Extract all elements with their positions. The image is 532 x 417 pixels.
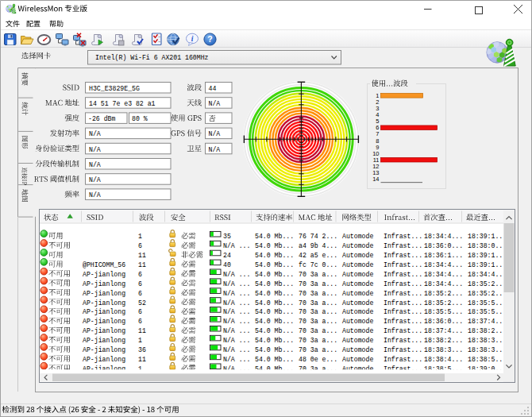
svg-text:54.0 Mb...: 54.0 Mb... <box>255 261 294 268</box>
svg-text:40: 40 <box>223 261 231 268</box>
svg-text:18:35:2...: 18:35:2... <box>424 299 463 307</box>
svg-text:18:35:2...: 18:35:2... <box>468 290 507 297</box>
svg-text:Automode: Automode <box>342 327 373 334</box>
svg-text:Intel(R) Wi-Fi 6 AX201 160MHz: Intel(R) Wi-Fi 6 AX201 160MHz <box>95 54 209 61</box>
svg-text:54.0 Mb...: 54.0 Mb... <box>255 327 294 334</box>
svg-text:N/A ...: N/A ... <box>223 271 250 278</box>
svg-text:18:39:1...: 18:39:1... <box>468 233 507 240</box>
svg-text:?: ? <box>207 34 212 44</box>
svg-text:N/A ...: N/A ... <box>223 280 250 288</box>
svg-text:18:38:4...: 18:38:4... <box>424 356 463 363</box>
svg-text:Infrast...: Infrast... <box>384 337 422 344</box>
svg-text:N/A ...: N/A ... <box>223 242 250 249</box>
svg-text:Automode: Automode <box>342 233 373 240</box>
svg-text:18:34:4...: 18:34:4... <box>468 271 507 278</box>
svg-text:Infrast...: Infrast... <box>384 299 422 307</box>
svg-text:18:35:2...: 18:35:2... <box>424 290 463 297</box>
svg-text:44: 44 <box>209 85 217 92</box>
svg-text:70 3a a...: 70 3a a... <box>299 346 337 353</box>
svg-text:54.0 Mb...: 54.0 Mb... <box>255 233 294 240</box>
svg-text:1: 1 <box>138 337 142 344</box>
svg-text:35: 35 <box>223 233 231 240</box>
svg-text:Automode: Automode <box>342 280 373 288</box>
svg-text:18:38:3...: 18:38:3... <box>424 346 463 353</box>
svg-text:18:37:4...: 18:37:4... <box>424 327 463 334</box>
svg-text:N/A ...: N/A ... <box>223 327 250 334</box>
svg-text:54.0 Mb...: 54.0 Mb... <box>255 271 294 278</box>
svg-text:AP-jianlong: AP-jianlong <box>83 299 125 307</box>
svg-text:18:39:1...: 18:39:1... <box>468 252 507 259</box>
svg-text:AP-jianlong: AP-jianlong <box>83 327 125 334</box>
svg-text:a4 9b 4...: a4 9b 4... <box>299 242 337 249</box>
svg-text:18:38:3...: 18:38:3... <box>468 337 507 344</box>
svg-text:70 3a a...: 70 3a a... <box>299 299 337 307</box>
svg-text:Automode: Automode <box>342 337 373 344</box>
svg-text:14 51 7e e3 82 a1: 14 51 7e e3 82 a1 <box>89 100 156 107</box>
svg-text:54.0 Mb...: 54.0 Mb... <box>255 299 294 307</box>
svg-text:18:39:1...: 18:39:1... <box>468 261 507 268</box>
svg-text:N/A: N/A <box>209 130 221 137</box>
svg-text:54.0 Mb...: 54.0 Mb... <box>255 308 294 315</box>
svg-text:18:34:4...: 18:34:4... <box>424 261 463 268</box>
svg-text:Infrast...: Infrast... <box>384 356 422 363</box>
svg-text:54.0 Mb...: 54.0 Mb... <box>255 346 294 353</box>
svg-text:6: 6 <box>138 318 142 325</box>
svg-text:24: 24 <box>223 252 231 259</box>
svg-text:14: 14 <box>372 176 379 183</box>
svg-text:18:36:1...: 18:36:1... <box>424 252 463 259</box>
svg-text:@PHICOMM_56: @PHICOMM_56 <box>83 261 125 268</box>
svg-text:Infrast...: Infrast... <box>384 242 422 249</box>
svg-text:AP-jianlong: AP-jianlong <box>83 290 125 297</box>
svg-text:H3C_E3829E_5G: H3C_E3829E_5G <box>89 85 140 92</box>
svg-text:Infrast...: Infrast... <box>384 261 422 268</box>
svg-text:i: i <box>191 35 194 43</box>
svg-text:N/A: N/A <box>89 176 101 183</box>
svg-text:N/A ...: N/A ... <box>223 346 250 353</box>
svg-text:18:35:5...: 18:35:5... <box>468 299 507 307</box>
svg-text:Infrast...: Infrast... <box>384 346 422 353</box>
svg-text:Infrast...: Infrast... <box>384 318 422 325</box>
svg-text:18:35:2...: 18:35:2... <box>468 280 507 288</box>
svg-text:6: 6 <box>138 242 142 249</box>
svg-text:18:36:0...: 18:36:0... <box>424 318 463 325</box>
svg-text:18:34:4...: 18:34:4... <box>424 233 463 240</box>
svg-text:18:38:0...: 18:38:0... <box>468 242 507 249</box>
svg-text:70 3a a...: 70 3a a... <box>299 318 337 325</box>
svg-text:N/A: N/A <box>89 130 101 137</box>
svg-text:54.0 Mb...: 54.0 Mb... <box>255 290 294 297</box>
svg-text:11: 11 <box>138 327 146 334</box>
svg-text:70 3a a...: 70 3a a... <box>299 271 337 278</box>
svg-text:Infrast...: Infrast... <box>384 280 422 288</box>
svg-text:18:38:2...: 18:38:2... <box>468 327 507 334</box>
svg-text:6: 6 <box>138 290 142 297</box>
svg-text:76 74 2...: 76 74 2... <box>299 233 337 240</box>
svg-text:18:34:4...: 18:34:4... <box>424 280 463 288</box>
svg-text:Infrast...: Infrast... <box>384 327 422 334</box>
svg-text:18:38:3...: 18:38:3... <box>468 346 507 353</box>
svg-text:Infrast...: Infrast... <box>384 290 422 297</box>
svg-text:fc 7c 0...: fc 7c 0... <box>299 261 337 268</box>
svg-text:Automode: Automode <box>342 252 373 259</box>
svg-text:80 %: 80 % <box>132 115 148 122</box>
svg-text:Automode: Automode <box>342 308 373 315</box>
svg-text:36: 36 <box>138 346 146 353</box>
svg-text:Infrast...: Infrast... <box>384 308 422 315</box>
svg-text:AP-jianlong: AP-jianlong <box>83 318 125 325</box>
svg-text:6: 6 <box>138 280 142 288</box>
svg-text:-26 dBm: -26 dBm <box>88 115 115 122</box>
svg-text:1: 1 <box>138 233 142 240</box>
svg-text:N/A: N/A <box>89 161 101 168</box>
svg-text:11: 11 <box>138 252 146 259</box>
svg-text:70 3a a...: 70 3a a... <box>299 337 337 344</box>
svg-text:N/A ...: N/A ... <box>223 299 250 307</box>
svg-text:N/A: N/A <box>89 146 101 153</box>
svg-text:18:34:4...: 18:34:4... <box>424 271 463 278</box>
svg-text:70 3a a...: 70 3a a... <box>299 280 337 288</box>
svg-text:N/A ...: N/A ... <box>223 290 250 297</box>
svg-text:Automode: Automode <box>342 242 373 249</box>
svg-text:Automode: Automode <box>342 271 373 278</box>
svg-text:Automode: Automode <box>342 356 373 363</box>
svg-text:48 0e e...: 48 0e e... <box>299 356 337 363</box>
svg-text:54.0 Mb...: 54.0 Mb... <box>255 356 294 363</box>
svg-text:11: 11 <box>138 261 146 268</box>
